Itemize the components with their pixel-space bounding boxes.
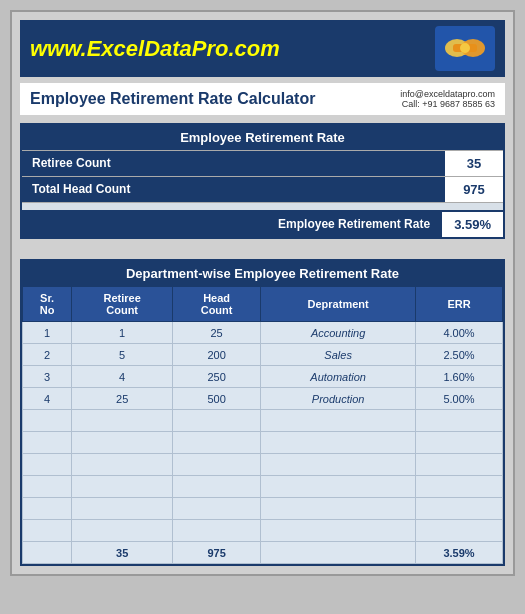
table-row: 5 — [23, 410, 503, 432]
retiree-count-label: Retiree Count — [22, 151, 443, 176]
cell-head-3[interactable]: 500 — [173, 388, 261, 410]
table-row: 4 25 500 Production 5.00% — [23, 388, 503, 410]
cell-sr-7: 8 — [23, 476, 72, 498]
total-retiree: 35 — [72, 542, 173, 564]
cell-err-1: 2.50% — [416, 344, 503, 366]
cell-err-0: 4.00% — [416, 322, 503, 344]
table-row: 7 — [23, 454, 503, 476]
cell-err-3: 5.00% — [416, 388, 503, 410]
summary-section: Employee Retirement Rate Retiree Count 3… — [20, 123, 505, 239]
head-count-value[interactable]: 975 — [443, 177, 503, 202]
table-row: 1 1 25 Accounting 4.00% — [23, 322, 503, 344]
cell-sr-1: 2 — [23, 344, 72, 366]
total-row: 35 975 3.59% — [23, 542, 503, 564]
cell-sr-0: 1 — [23, 322, 72, 344]
head-count-row: Total Head Count 975 — [22, 176, 503, 202]
retiree-count-value[interactable]: 35 — [443, 151, 503, 176]
cell-err-7 — [416, 476, 503, 498]
cell-sr-3: 4 — [23, 388, 72, 410]
main-container: www.ExcelDataPro.com Employee Retirement… — [10, 10, 515, 576]
cell-retiree-7[interactable] — [72, 476, 173, 498]
site-title: www.ExcelDataPro.com — [30, 36, 280, 62]
cell-dept-4[interactable] — [261, 410, 416, 432]
table-row: 8 — [23, 476, 503, 498]
table-header-row: Sr.No RetireeCount HeadCount Depratment … — [23, 287, 503, 322]
summary-section-title: Employee Retirement Rate — [22, 125, 503, 150]
head-count-label: Total Head Count — [22, 177, 443, 202]
cell-sr-2: 3 — [23, 366, 72, 388]
cell-dept-1[interactable]: Sales — [261, 344, 416, 366]
cell-err-2: 1.60% — [416, 366, 503, 388]
cell-retiree-4[interactable] — [72, 410, 173, 432]
cell-sr-4: 5 — [23, 410, 72, 432]
cell-sr-5: 6 — [23, 432, 72, 454]
cell-dept-2[interactable]: Automation — [261, 366, 416, 388]
table-row: 3 4 250 Automation 1.60% — [23, 366, 503, 388]
cell-head-9[interactable] — [173, 520, 261, 542]
cell-head-8[interactable] — [173, 498, 261, 520]
col-sr-no: Sr.No — [23, 287, 72, 322]
dept-section-title: Department-wise Employee Retirement Rate — [22, 261, 503, 286]
cell-head-2[interactable]: 250 — [173, 366, 261, 388]
table-row: 2 5 200 Sales 2.50% — [23, 344, 503, 366]
total-dept — [261, 542, 416, 564]
col-department: Depratment — [261, 287, 416, 322]
table-row: 6 — [23, 432, 503, 454]
header-section: www.ExcelDataPro.com — [20, 20, 505, 77]
cell-sr-8: 9 — [23, 498, 72, 520]
col-retiree-count: RetireeCount — [72, 287, 173, 322]
gap — [20, 249, 505, 259]
cell-retiree-3[interactable]: 25 — [72, 388, 173, 410]
rate-label: Employee Retirement Rate — [22, 212, 440, 237]
rate-value: 3.59% — [440, 212, 503, 237]
cell-retiree-1[interactable]: 5 — [72, 344, 173, 366]
cell-dept-5[interactable] — [261, 432, 416, 454]
contact-email: info@exceldatapro.com — [400, 89, 495, 99]
retiree-count-row: Retiree Count 35 — [22, 150, 503, 176]
cell-retiree-8[interactable] — [72, 498, 173, 520]
cell-err-8 — [416, 498, 503, 520]
cell-retiree-2[interactable]: 4 — [72, 366, 173, 388]
cell-head-4[interactable] — [173, 410, 261, 432]
cell-err-5 — [416, 432, 503, 454]
cell-head-5[interactable] — [173, 432, 261, 454]
cell-sr-6: 7 — [23, 454, 72, 476]
app-title: Employee Retirement Rate Calculator — [30, 90, 315, 108]
cell-dept-8[interactable] — [261, 498, 416, 520]
cell-sr-9: 10 — [23, 520, 72, 542]
svg-point-4 — [460, 43, 470, 53]
rate-row: Employee Retirement Rate 3.59% — [22, 210, 503, 237]
cell-retiree-9[interactable] — [72, 520, 173, 542]
cell-head-1[interactable]: 200 — [173, 344, 261, 366]
cell-err-4 — [416, 410, 503, 432]
total-sr — [23, 542, 72, 564]
cell-retiree-6[interactable] — [72, 454, 173, 476]
table-row: 9 — [23, 498, 503, 520]
app-title-bar: Employee Retirement Rate Calculator info… — [20, 83, 505, 115]
cell-head-7[interactable] — [173, 476, 261, 498]
cell-dept-0[interactable]: Accounting — [261, 322, 416, 344]
cell-dept-3[interactable]: Production — [261, 388, 416, 410]
table-row: 10 — [23, 520, 503, 542]
cell-head-0[interactable]: 25 — [173, 322, 261, 344]
cell-retiree-5[interactable] — [72, 432, 173, 454]
contact-phone: Call: +91 9687 8585 63 — [400, 99, 495, 109]
spacer — [22, 202, 503, 210]
total-head: 975 — [173, 542, 261, 564]
handshake-icon — [435, 26, 495, 71]
total-err: 3.59% — [416, 542, 503, 564]
cell-head-6[interactable] — [173, 454, 261, 476]
cell-dept-6[interactable] — [261, 454, 416, 476]
col-err: ERR — [416, 287, 503, 322]
cell-err-9 — [416, 520, 503, 542]
cell-retiree-0[interactable]: 1 — [72, 322, 173, 344]
dept-section: Department-wise Employee Retirement Rate… — [20, 259, 505, 566]
cell-dept-9[interactable] — [261, 520, 416, 542]
cell-err-6 — [416, 454, 503, 476]
dept-table: Sr.No RetireeCount HeadCount Depratment … — [22, 286, 503, 564]
col-head-count: HeadCount — [173, 287, 261, 322]
cell-dept-7[interactable] — [261, 476, 416, 498]
contact-info: info@exceldatapro.com Call: +91 9687 858… — [400, 89, 495, 109]
